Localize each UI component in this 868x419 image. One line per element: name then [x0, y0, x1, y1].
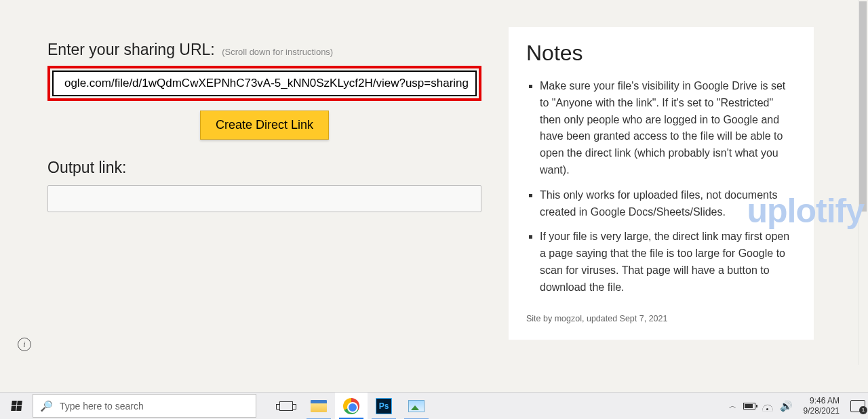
left-column: Enter your sharing URL: (Scroll down for…: [47, 41, 481, 212]
action-center-icon[interactable]: [850, 400, 865, 412]
instructions-hint: (Scroll down for instructions): [222, 47, 333, 57]
windows-logo-icon: [11, 401, 22, 411]
notes-item: Make sure your file's visibility in Goog…: [540, 78, 796, 179]
output-link-label: Output link:: [47, 159, 481, 177]
photoshop-icon: Ps: [376, 398, 392, 414]
site-credit: Site by mogzol, updated Sept 7, 2021: [526, 314, 796, 323]
taskbar-clock[interactable]: 9:46 AM 9/28/2021: [800, 396, 844, 416]
photoshop-button[interactable]: Ps: [368, 393, 400, 420]
clock-date: 9/28/2021: [804, 406, 840, 416]
notes-item: This only works for uploaded files, not …: [540, 187, 796, 221]
notes-list: Make sure your file's visibility in Goog…: [526, 78, 796, 296]
search-placeholder: Type here to search: [60, 401, 144, 412]
chrome-button[interactable]: [335, 393, 368, 420]
info-icon[interactable]: i: [18, 338, 31, 351]
create-button-row: Create Direct Link: [47, 111, 481, 140]
input-label-row: Enter your sharing URL: (Scroll down for…: [47, 41, 481, 59]
photos-button[interactable]: [400, 393, 433, 420]
page-body: Enter your sharing URL: (Scroll down for…: [0, 0, 868, 392]
clock-time: 9:46 AM: [804, 396, 840, 405]
file-explorer-icon: [311, 400, 327, 412]
start-button[interactable]: [0, 393, 33, 419]
sharing-url-input[interactable]: [52, 71, 477, 96]
content-wrap: Enter your sharing URL: (Scroll down for…: [0, 0, 868, 340]
taskbar-app-icons: Ps: [270, 393, 433, 419]
url-input-highlight-box: [47, 66, 481, 101]
photos-icon: [408, 400, 425, 412]
speaker-icon[interactable]: 🔊: [780, 400, 793, 412]
task-view-button[interactable]: [270, 393, 302, 420]
sharing-url-label: Enter your sharing URL:: [47, 41, 215, 58]
page-scrollbar[interactable]: [858, 0, 868, 365]
taskbar-search-box[interactable]: 🔍 Type here to search: [33, 394, 256, 418]
scrollbar-thumb[interactable]: [859, 1, 867, 212]
file-explorer-button[interactable]: [302, 393, 335, 420]
notes-panel: Notes Make sure your file's visibility i…: [509, 27, 814, 340]
task-view-icon: [279, 401, 293, 411]
wifi-icon[interactable]: [762, 402, 773, 410]
windows-taskbar: 🔍 Type here to search Ps ︿ 🔊 9:46 AM 9/2…: [0, 392, 868, 419]
tray-overflow-icon[interactable]: ︿: [729, 401, 736, 411]
battery-icon[interactable]: [743, 403, 755, 410]
create-direct-link-button[interactable]: Create Direct Link: [200, 111, 329, 140]
search-icon: 🔍: [40, 400, 53, 412]
chrome-icon: [343, 398, 359, 414]
notes-item: If your file is very large, the direct l…: [540, 228, 796, 296]
output-link-box[interactable]: [47, 185, 481, 212]
system-tray: ︿ 🔊 9:46 AM 9/28/2021: [729, 393, 868, 419]
notes-title: Notes: [526, 41, 796, 66]
